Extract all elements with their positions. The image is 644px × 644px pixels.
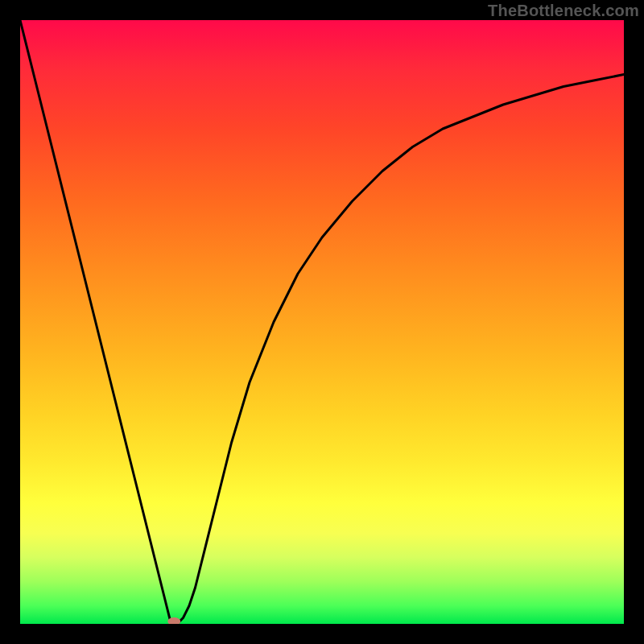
bottleneck-curve [20,20,624,624]
chart-container: TheBottleneck.com [0,0,644,644]
plot-area [20,20,624,624]
bottleneck-curve-svg [20,20,624,624]
watermark-text: TheBottleneck.com [488,2,639,20]
